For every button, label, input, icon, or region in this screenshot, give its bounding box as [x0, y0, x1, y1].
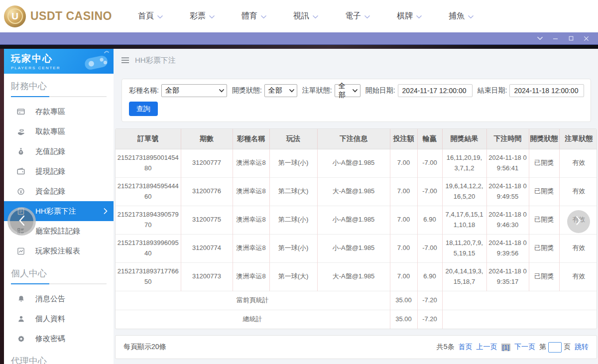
- brand-logo[interactable]: U USDT CASINO: [0, 5, 116, 27]
- cell-win_loss: -7.00: [417, 234, 442, 262]
- chevron-down-icon: [261, 15, 266, 19]
- sidebar-item-recharge-record[interactable]: 充值記錄: [4, 141, 114, 161]
- page-title: HH彩票下注: [135, 56, 176, 65]
- cell-bet_amount: 7.00: [390, 262, 417, 291]
- bet-records-table-card: 訂單號期數彩種名稱玩法下注信息投注額輸贏開獎結果下注時間開獎狀態注單狀態2152…: [115, 128, 597, 329]
- table-header-row: 訂單號期數彩種名稱玩法下注信息投注額輸贏開獎結果下注時間開獎狀態注單狀態: [116, 129, 597, 149]
- cell-draw_status: 已開獎: [529, 149, 559, 177]
- cell-bet_info: 大-A盤@1.985: [317, 262, 390, 291]
- sidebar-item-profile[interactable]: 個人資料: [4, 309, 114, 329]
- cell-win_loss: -7.00: [417, 149, 442, 177]
- table-row: 215217318945954446031200776澳洲幸运8第二球(大)大-…: [116, 177, 597, 206]
- nav-item-chess[interactable]: 棋牌: [383, 11, 435, 21]
- cell-play: 第一球(大): [269, 262, 317, 291]
- nav-item-home[interactable]: 首頁: [124, 11, 176, 21]
- order-status-select[interactable]: 全部: [335, 84, 360, 97]
- cell-bet_info: 小-A盤@1.985: [317, 234, 390, 262]
- sidebar-item-funds-record[interactable]: 資金記錄: [4, 181, 114, 201]
- chevron-down-icon: [416, 15, 422, 19]
- section-title-agent: 代理中心: [4, 349, 114, 364]
- chevron-right-icon: [104, 208, 108, 214]
- nav-item-fishing[interactable]: 捕魚: [435, 11, 487, 21]
- cell-bet_time: 2024-11-18 09:49:55: [486, 177, 529, 206]
- lottery-name-value: 全部: [165, 86, 179, 95]
- table-row: 215217318950014548031200777澳洲幸运8第一球(小)小-…: [116, 149, 597, 177]
- nav-item-slots[interactable]: 電子: [332, 11, 383, 21]
- cell-bet_info: 小-A盤@1.985: [317, 149, 390, 177]
- nav-item-video[interactable]: 視訊: [280, 11, 332, 21]
- wallet-icon: [16, 168, 25, 175]
- cell-order_status: 有效: [559, 262, 597, 291]
- top-navigation-bar: U USDT CASINO 首頁彩票體育視訊電子棋牌捕魚: [0, 0, 598, 32]
- prev-page-link[interactable]: 上一页: [477, 343, 497, 352]
- cell-draw_status: 已開獎: [529, 262, 559, 291]
- search-button[interactable]: 查詢: [129, 102, 158, 116]
- application-window: U USDT CASINO 首頁彩票體育視訊電子棋牌捕魚 玩家中心 PLAYER…: [0, 0, 598, 364]
- end-date-input[interactable]: [509, 84, 584, 97]
- sidebar-item-announcements[interactable]: 消息公告: [4, 289, 114, 309]
- sidebar-collapse-button[interactable]: [7, 207, 36, 236]
- end-date-label: 結束日期:: [478, 86, 507, 95]
- cell-bet_time: 2024-11-18 09:39:56: [486, 234, 529, 262]
- cell-win_loss: 6.90: [417, 262, 442, 291]
- cell-play: 第二球(小): [269, 206, 317, 234]
- cell-period: 31200776: [181, 177, 233, 206]
- cell-draw_result: 16,11,20,19,3,7,1,2: [442, 149, 486, 177]
- section-underline: [11, 283, 107, 284]
- page-size-label: 每頁顯示20條: [123, 343, 166, 352]
- column-header-bet_info: 下注信息: [317, 129, 390, 149]
- titlebar-chevron-button[interactable]: [532, 32, 548, 44]
- cell-draw_status: 已開獎: [529, 177, 559, 206]
- start-date-input[interactable]: [398, 84, 473, 97]
- sidebar-item-label: 取款專區: [35, 127, 65, 136]
- panel-expand-button[interactable]: [567, 210, 590, 233]
- sidebar-item-label: 資金記錄: [35, 187, 65, 196]
- maximize-button[interactable]: [563, 32, 579, 44]
- table-row: 215217318937177665031200773澳洲幸运8第一球(大)大-…: [116, 262, 597, 291]
- bell-icon: [16, 295, 25, 303]
- cell-period: 31200774: [181, 234, 233, 262]
- cell-draw_result: 18,11,20,7,9,5,19,15: [442, 234, 486, 262]
- sidebar-item-change-password[interactable]: 修改密碼: [4, 329, 114, 349]
- deposit-card-icon: [16, 108, 25, 116]
- close-button[interactable]: [579, 32, 594, 44]
- nav-item-label: 首頁: [138, 11, 154, 21]
- first-page-link[interactable]: 首页: [459, 343, 473, 352]
- lottery-name-label: 彩種名稱:: [129, 86, 159, 95]
- cell-order_no: 2152173189439057970: [116, 206, 181, 234]
- sidebar-item-label: 提現記錄: [35, 167, 65, 176]
- sidebar-item-deposit[interactable]: 存款專區: [4, 102, 114, 121]
- report-icon: [16, 247, 25, 255]
- cell-play: 第二球(大): [269, 177, 317, 206]
- order-status-label: 注單狀態:: [302, 86, 332, 95]
- column-header-order_status: 注單狀態: [559, 129, 597, 149]
- nav-item-sports[interactable]: 體育: [228, 11, 280, 21]
- cell-lottery_name: 澳洲幸运8: [233, 262, 269, 291]
- lottery-name-select[interactable]: 全部: [161, 84, 227, 97]
- column-header-draw_status: 開獎狀態: [529, 129, 559, 149]
- cell-order_status: 有效: [559, 149, 597, 177]
- sidebar-header: 玩家中心 PLAYERS CENTER: [4, 49, 114, 74]
- background-edge: [0, 49, 4, 364]
- cell-order_no: 2152173189500145480: [116, 149, 181, 177]
- next-page-link[interactable]: 下一页: [514, 343, 535, 352]
- sidebar-item-player-bet-report[interactable]: 玩家投注報表: [4, 241, 114, 261]
- cell-bet_time: 2024-11-18 09:35:17: [486, 262, 529, 291]
- coin-logo-icon: U: [4, 5, 26, 27]
- sidebar-item-withdraw[interactable]: 取款專區: [4, 121, 114, 141]
- summary-bet-amount: 35.00: [390, 310, 417, 329]
- cell-play: 第一球(小): [269, 234, 317, 262]
- jump-button[interactable]: 跳转: [575, 343, 589, 352]
- jump-suffix-label: 页: [564, 343, 571, 352]
- summary-bet-amount: 35.00: [390, 291, 417, 310]
- background-strip: [0, 44, 598, 49]
- cell-lottery_name: 澳洲幸运8: [233, 149, 269, 177]
- hamburger-icon[interactable]: [121, 57, 129, 64]
- page-jump-input[interactable]: [548, 342, 562, 353]
- cell-period: 31200773: [181, 262, 233, 291]
- draw-status-select[interactable]: 全部: [264, 84, 297, 97]
- nav-item-lottery[interactable]: 彩票: [176, 11, 228, 21]
- minimize-button[interactable]: [548, 32, 563, 44]
- filter-panel: 彩種名稱: 全部 開獎狀態: 全部 注單狀態: 全部 開始: [121, 79, 591, 122]
- sidebar-item-withdrawal-record[interactable]: 提現記錄: [4, 161, 114, 181]
